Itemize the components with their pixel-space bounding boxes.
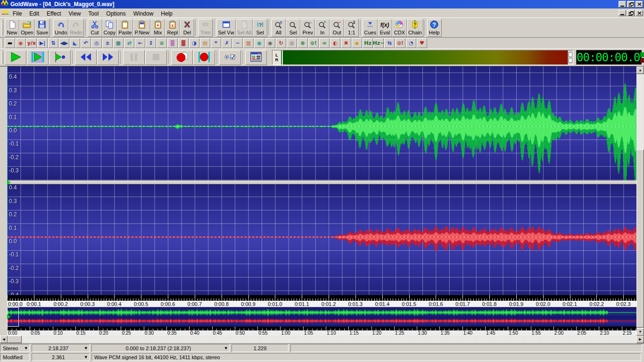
mechanize-icon[interactable]: ◉ bbox=[16, 38, 26, 48]
noise-reduction-icon[interactable]: ▒ bbox=[167, 38, 178, 48]
vertical-scroll-thumb[interactable] bbox=[636, 149, 644, 328]
close-button[interactable] bbox=[636, 1, 643, 8]
record-button[interactable] bbox=[193, 50, 215, 65]
noise-gate-icon[interactable]: ▓ bbox=[178, 38, 189, 48]
small-knob-icon[interactable]: ◉ bbox=[265, 38, 275, 48]
paste-button[interactable]: Paste bbox=[117, 19, 133, 37]
resample-icon[interactable]: Hz∼ bbox=[373, 38, 384, 48]
position-indicator[interactable]: 1.229 bbox=[231, 344, 289, 352]
toolbar-grip[interactable] bbox=[1, 51, 3, 65]
undo-button[interactable]: Undo bbox=[53, 19, 68, 37]
play-selection-button[interactable] bbox=[27, 50, 49, 65]
rotate-knob-icon[interactable]: ↻ bbox=[276, 38, 286, 48]
overview-ruler-ticks[interactable] bbox=[7, 327, 636, 330]
offset-icon[interactable]: ▶| bbox=[37, 38, 48, 48]
equalizer-icon[interactable]: ≡ bbox=[157, 38, 167, 48]
menu-item[interactable]: Tool bbox=[84, 9, 102, 18]
menu-item[interactable]: View bbox=[65, 9, 85, 18]
menu-item[interactable]: Options bbox=[102, 9, 129, 18]
waveform-right-channel[interactable]: 0.40.30.20.10.0-0.1-0.2-0.3-0.4 bbox=[7, 184, 636, 295]
spectrum-bar-icon[interactable]: ▥ bbox=[243, 38, 254, 48]
voice-over-icon[interactable]: ♥ bbox=[417, 38, 427, 48]
auto-gain-icon[interactable]: ⊙! bbox=[395, 38, 405, 48]
save-button[interactable]: Save bbox=[35, 19, 50, 37]
toolbar-grip[interactable] bbox=[1, 39, 3, 47]
menu-item[interactable]: File bbox=[9, 9, 25, 18]
restore-button[interactable] bbox=[627, 1, 635, 8]
channel-mode-select[interactable]: Stereo▼ bbox=[0, 344, 30, 352]
menu-item[interactable]: Effect bbox=[43, 9, 65, 18]
pan-knob-icon[interactable]: ◉ bbox=[254, 38, 264, 48]
smoother-icon[interactable]: ∼ bbox=[232, 38, 243, 48]
fade-icon[interactable]: ◣ bbox=[70, 38, 80, 48]
zoom-in-button[interactable]: + In bbox=[315, 19, 330, 37]
scroll-right-button[interactable]: ▶ bbox=[636, 336, 644, 343]
horizontal-scroll-thumb[interactable] bbox=[8, 336, 22, 343]
stereo-shaper-icon[interactable]: ◆ bbox=[352, 38, 362, 48]
doc-close-button[interactable] bbox=[636, 10, 643, 16]
help-button[interactable]: ? Help bbox=[427, 19, 442, 37]
previous-effect-icon[interactable]: ← bbox=[135, 38, 145, 48]
replace-button[interactable]: x Repl bbox=[165, 19, 180, 37]
cd-extract-button[interactable]: CDX bbox=[392, 19, 407, 37]
dynamics-knob-icon[interactable]: ◎ bbox=[287, 38, 297, 48]
file-format-info[interactable]: Wave PCM signed 16 bit, 44100 Hz, 1411 k… bbox=[91, 353, 641, 361]
balance-icon[interactable]: ◐ bbox=[330, 38, 340, 48]
mix-button[interactable]: + Mix bbox=[150, 19, 165, 37]
chain-help-button[interactable]: ? Chain bbox=[407, 19, 423, 37]
delete-button[interactable]: Del bbox=[180, 19, 194, 37]
channel-divider[interactable] bbox=[7, 181, 636, 184]
copy-button[interactable]: Copy bbox=[102, 19, 117, 37]
open-button[interactable]: Open bbox=[19, 19, 35, 37]
menu-item[interactable]: Help bbox=[157, 9, 176, 18]
media-sequencer-icon[interactable]: ▤ bbox=[200, 38, 210, 48]
pop-removal-icon[interactable]: * bbox=[211, 38, 221, 48]
status-spacer[interactable] bbox=[290, 344, 642, 352]
preset-dropdown-icon[interactable]: ▬ bbox=[5, 38, 15, 48]
max-volume-icon[interactable]: ⊕ bbox=[297, 38, 308, 48]
menu-item[interactable]: Window bbox=[130, 9, 157, 18]
new-button[interactable]: New bbox=[5, 19, 19, 37]
control-properties-button[interactable] bbox=[245, 50, 267, 65]
volume-icon[interactable]: ↕ bbox=[146, 38, 156, 48]
doppler-icon[interactable]: ◀▶ bbox=[59, 38, 69, 48]
minimize-button[interactable] bbox=[619, 1, 626, 8]
modified-status[interactable]: Modified bbox=[0, 353, 30, 361]
zoom-previous-button[interactable]: ← Prev bbox=[300, 19, 315, 37]
silence-icon[interactable]: ✖ bbox=[341, 38, 351, 48]
selection-range-select[interactable]: 0.000 to 2:18.237 (2:18.237)▼ bbox=[91, 344, 230, 352]
scroll-left-button[interactable]: ◀ bbox=[0, 336, 8, 343]
expression-evaluator-button[interactable]: f(x) Eval bbox=[378, 19, 392, 37]
click-removal-icon[interactable]: ✗ bbox=[222, 38, 232, 48]
select-view-button[interactable]: Sel Vw bbox=[216, 19, 235, 37]
expression-icon[interactable]: y/x bbox=[26, 38, 37, 48]
pitch-icon[interactable]: ⇅ bbox=[48, 38, 58, 48]
flange-icon[interactable]: ◎ bbox=[91, 38, 102, 48]
vertical-zoom-scrollbar[interactable]: ▲ ▼ bbox=[636, 66, 644, 336]
zoom-all-button[interactable]: x All bbox=[271, 19, 286, 37]
shape-volume-icon[interactable]: ∞ bbox=[319, 38, 330, 48]
monitor-toggle-button[interactable] bbox=[219, 50, 241, 65]
channel-converter-icon[interactable]: ⇆ bbox=[384, 38, 395, 48]
time-axis-ticks[interactable] bbox=[7, 295, 636, 301]
horizontal-scrollbar[interactable]: ◀ ▶ bbox=[0, 336, 644, 344]
time-display[interactable]: 00:00:00.0 bbox=[576, 50, 642, 65]
doc-restore-button[interactable] bbox=[627, 10, 635, 16]
playback-rate-icon[interactable]: Hz bbox=[363, 38, 373, 48]
scroll-up-button[interactable]: ▲ bbox=[636, 66, 644, 74]
zoom-1to1-button[interactable]: 1 1:1 bbox=[344, 19, 359, 37]
fast-forward-button[interactable] bbox=[97, 50, 119, 65]
cut-button[interactable]: Cut bbox=[88, 19, 102, 37]
invert-icon[interactable]: ± bbox=[102, 38, 113, 48]
menu-item[interactable]: Edit bbox=[25, 9, 43, 18]
waveform-left-channel[interactable]: 0.40.30.20.10.0-0.1-0.2-0.3-0.4 bbox=[7, 66, 636, 181]
meter-grip[interactable] bbox=[568, 50, 573, 65]
play-from-marker-button[interactable] bbox=[49, 50, 71, 65]
parametric-eq-icon[interactable]: ▦ bbox=[113, 38, 124, 48]
paste-new-button[interactable]: P.New bbox=[133, 19, 150, 37]
length-select[interactable]: 2:18.237▼ bbox=[32, 344, 90, 352]
rewind-button[interactable] bbox=[75, 50, 97, 65]
toolbar-grip[interactable] bbox=[1, 20, 3, 35]
play-button[interactable] bbox=[5, 50, 26, 65]
zoom-selection-button[interactable]: Sel bbox=[286, 19, 300, 37]
